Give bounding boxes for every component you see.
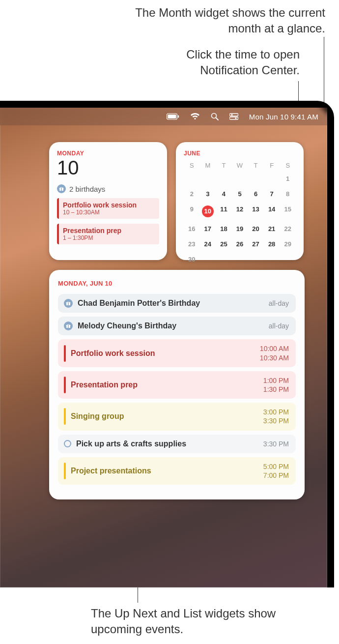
month-day[interactable]: 5 xyxy=(232,187,248,201)
month-day[interactable] xyxy=(200,253,216,266)
month-day[interactable]: 25 xyxy=(216,237,232,251)
event-time: 1 – 1:30PM xyxy=(63,234,154,241)
event-title: Singing group xyxy=(71,412,258,421)
upnext-day-number: 10 xyxy=(57,158,159,177)
event-title: Melody Cheung's Birthday xyxy=(78,322,264,330)
month-day[interactable]: 18 xyxy=(216,222,232,235)
gift-icon xyxy=(64,322,73,330)
event-time: all-day xyxy=(269,322,289,330)
month-day[interactable] xyxy=(184,172,200,185)
month-day[interactable]: 1 xyxy=(280,172,296,185)
wifi-icon xyxy=(190,113,200,120)
month-day[interactable]: 24 xyxy=(200,237,216,251)
event-color-bar xyxy=(64,408,66,425)
list-event[interactable]: Singing group3:00 PM3:30 PM xyxy=(58,403,296,430)
month-day[interactable]: 2 xyxy=(184,187,200,201)
month-day[interactable]: 9 xyxy=(184,203,200,220)
month-day[interactable]: 14 xyxy=(264,203,280,220)
widget-list[interactable]: MONDAY, JUN 10 Chad Benjamin Potter's Bi… xyxy=(49,270,305,499)
month-day[interactable]: 28 xyxy=(264,237,280,251)
month-day[interactable] xyxy=(280,253,296,266)
month-day[interactable]: 27 xyxy=(248,237,264,251)
svg-rect-1 xyxy=(178,116,179,118)
event-time: 10:00 AM10:30 AM xyxy=(260,344,289,362)
month-dow-header: S xyxy=(280,161,296,170)
list-event[interactable]: Pick up arts & crafts supplies3:30 PM xyxy=(58,435,296,453)
event-title: Presentation prep xyxy=(63,227,154,234)
month-day[interactable] xyxy=(248,253,264,266)
month-day[interactable]: 12 xyxy=(232,203,248,220)
menubar: Mon Jun 10 9:41 AM xyxy=(0,108,327,125)
month-day[interactable]: 29 xyxy=(280,237,296,251)
list-event[interactable]: Project presentations5:00 PM7:00 PM xyxy=(58,457,296,485)
list-date-header: MONDAY, JUN 10 xyxy=(58,280,296,287)
search-icon[interactable] xyxy=(211,113,219,120)
list-event[interactable]: Portfolio work session10:00 AM10:30 AM xyxy=(58,339,296,367)
upnext-birthdays: 2 birthdays xyxy=(57,184,159,193)
month-day[interactable]: 11 xyxy=(216,203,232,220)
month-day[interactable]: 6 xyxy=(248,187,264,201)
month-day[interactable]: 19 xyxy=(232,222,248,235)
callout-month-widget: The Month widget shows the current month… xyxy=(119,5,325,37)
svg-rect-7 xyxy=(229,117,238,119)
svg-rect-2 xyxy=(168,115,176,118)
list-event[interactable]: Chad Benjamin Potter's Birthdayall-day xyxy=(58,294,296,313)
event-color-bar xyxy=(64,377,66,393)
event-title: Portfolio work session xyxy=(71,349,255,358)
month-day[interactable]: 21 xyxy=(264,222,280,235)
month-dow-header: F xyxy=(264,161,280,170)
month-day[interactable] xyxy=(232,253,248,266)
list-event[interactable]: Melody Cheung's Birthdayall-day xyxy=(58,317,296,335)
month-day[interactable]: 4 xyxy=(216,187,232,201)
month-day[interactable] xyxy=(264,253,280,266)
month-day[interactable]: 20 xyxy=(248,222,264,235)
event-title: Presentation prep xyxy=(71,381,258,389)
month-day[interactable]: 7 xyxy=(264,187,280,201)
month-day[interactable] xyxy=(232,172,248,185)
svg-rect-17 xyxy=(68,325,68,328)
month-day[interactable]: 16 xyxy=(184,222,200,235)
event-title: Project presentations xyxy=(71,467,258,475)
month-day[interactable]: 8 xyxy=(280,187,296,201)
month-day[interactable] xyxy=(216,172,232,185)
month-day[interactable]: 23 xyxy=(184,237,200,251)
month-day[interactable]: 13 xyxy=(248,203,264,220)
month-day[interactable]: 15 xyxy=(280,203,296,220)
month-dow-header: W xyxy=(232,161,248,170)
callout-notification-center: Click the time to open Notification Cent… xyxy=(133,47,300,79)
month-day[interactable]: 17 xyxy=(200,222,216,235)
ring-icon xyxy=(64,440,71,447)
widget-month[interactable]: JUNE SMTWTFS1234567891011121314151617181… xyxy=(176,142,304,260)
event-time: 10 – 10:30AM xyxy=(63,209,154,216)
event-title: Pick up arts & crafts supplies xyxy=(76,439,258,448)
menubar-clock[interactable]: Mon Jun 10 9:41 AM xyxy=(249,113,318,121)
event-color-bar xyxy=(64,345,66,362)
month-day[interactable] xyxy=(248,172,264,185)
event-time: 5:00 PM7:00 PM xyxy=(263,462,289,480)
list-event[interactable]: Presentation prep1:00 PM1:30 PM xyxy=(58,371,296,399)
upnext-event: Presentation prep1 – 1:30PM xyxy=(57,224,159,244)
month-dow-header: M xyxy=(200,161,216,170)
svg-rect-5 xyxy=(229,114,238,116)
month-day[interactable] xyxy=(264,172,280,185)
month-day[interactable]: 26 xyxy=(232,237,248,251)
month-day[interactable]: 30 xyxy=(184,253,200,266)
month-day[interactable] xyxy=(200,172,216,185)
control-center-icon[interactable] xyxy=(229,113,238,120)
mac-desktop: Mon Jun 10 9:41 AM MONDAY 10 2 birthdays… xyxy=(0,101,334,587)
widget-up-next[interactable]: MONDAY 10 2 birthdays Portfolio work ses… xyxy=(49,142,167,260)
month-day[interactable] xyxy=(216,253,232,266)
svg-point-8 xyxy=(235,117,236,119)
event-title: Chad Benjamin Potter's Birthday xyxy=(78,299,264,308)
svg-line-4 xyxy=(216,118,218,120)
month-dow-header: S xyxy=(184,161,200,170)
month-day-today[interactable]: 10 xyxy=(200,203,216,220)
upnext-day-of-week: MONDAY xyxy=(57,150,159,157)
month-day[interactable]: 22 xyxy=(280,222,296,235)
month-day[interactable]: 3 xyxy=(200,187,216,201)
upnext-event: Portfolio work session10 – 10:30AM xyxy=(57,198,159,219)
month-grid: SMTWTFS123456789101112131415161718192021… xyxy=(184,161,296,266)
event-time: all-day xyxy=(269,299,289,308)
event-time: 3:30 PM xyxy=(263,439,289,448)
svg-rect-14 xyxy=(68,302,68,305)
